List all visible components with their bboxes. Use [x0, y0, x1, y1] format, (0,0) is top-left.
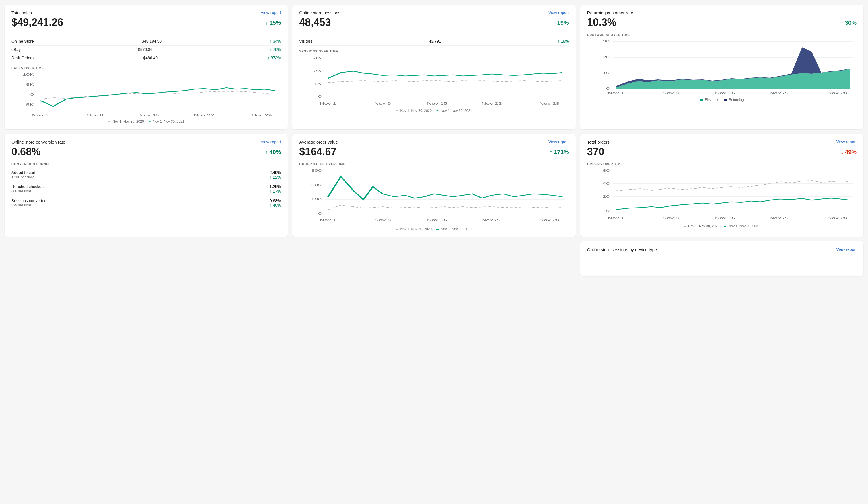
orders-legend: Nov 1–Nov 30, 2020 Nov 1–Nov 30, 2021 — [587, 224, 857, 228]
sub-metric-visitors: Visitors 43,791 ↑ 18% — [299, 37, 569, 45]
svg-text:0: 0 — [30, 93, 34, 97]
orders-over-time-label: ORDERS OVER TIME — [587, 162, 857, 166]
returning-rate-change: ↑ 30% — [840, 20, 857, 26]
avg-order-card: Average order value View report $164.67 … — [292, 134, 576, 237]
svg-text:Nov 8: Nov 8 — [374, 102, 391, 105]
svg-text:Nov 8: Nov 8 — [662, 217, 679, 220]
total-orders-title: Total orders — [587, 140, 610, 145]
total-orders-value: 370 — [587, 146, 604, 158]
svg-text:Nov 29: Nov 29 — [827, 92, 847, 95]
sessions-legend: Nov 1–Nov 30, 2020 Nov 1–Nov 30, 2021 — [299, 109, 569, 113]
sessions-by-device-title: Online store sessions by device type — [587, 247, 657, 252]
avg-order-change: ↑ 171% — [550, 149, 569, 155]
svg-text:60: 60 — [602, 169, 610, 172]
total-orders-card: Total orders View report 370 ↓ 49% ORDER… — [580, 134, 864, 237]
conversion-rate-value: 0.68% — [11, 146, 41, 158]
svg-text:Nov 29: Nov 29 — [539, 219, 560, 222]
customers-legend: First-time Returning — [587, 98, 857, 102]
funnel-sessions-converted: Sessions converted 329 sessions 0.68% ↑ … — [11, 196, 281, 210]
svg-text:0: 0 — [318, 95, 322, 98]
online-sessions-card: Online store sessions View report 48,453… — [292, 4, 576, 129]
total-orders-view-report[interactable]: View report — [836, 140, 857, 144]
sub-metric-ebay: eBay $570.36 ↑ 79% — [11, 45, 281, 54]
svg-text:Nov 1: Nov 1 — [320, 102, 337, 105]
conversion-rate-change: ↑ 40% — [265, 149, 281, 155]
svg-text:Nov 1: Nov 1 — [608, 217, 624, 220]
avg-order-title: Average order value — [299, 140, 338, 145]
customers-over-time-label: CUSTOMERS OVER TIME — [587, 33, 857, 36]
svg-text:200: 200 — [311, 183, 322, 187]
total-sales-change: ↑ 15% — [265, 20, 281, 26]
svg-text:40: 40 — [602, 182, 610, 186]
svg-text:Nov 15: Nov 15 — [715, 92, 735, 95]
svg-text:10K: 10K — [22, 73, 34, 76]
avg-order-legend: Nov 1–Nov 30, 2020 Nov 1–Nov 30, 2021 — [299, 227, 569, 231]
svg-text:Nov 22: Nov 22 — [769, 217, 790, 220]
svg-text:Nov 29: Nov 29 — [251, 114, 272, 117]
svg-text:Nov 8: Nov 8 — [87, 114, 103, 117]
svg-text:Nov 22: Nov 22 — [482, 219, 502, 222]
svg-text:Nov 1: Nov 1 — [32, 114, 49, 117]
total-sales-card: Total sales View report $49,241.26 ↑ 15%… — [4, 4, 288, 129]
svg-text:20: 20 — [602, 56, 610, 59]
svg-text:Nov 8: Nov 8 — [662, 92, 679, 95]
svg-text:Nov 29: Nov 29 — [827, 217, 847, 220]
svg-text:0: 0 — [606, 87, 609, 91]
sales-over-time-label: SALES OVER TIME — [11, 66, 281, 70]
svg-text:5K: 5K — [26, 83, 34, 86]
svg-text:100: 100 — [311, 198, 322, 201]
order-value-over-time-label: ORDER VALUE OVER TIME — [299, 162, 569, 166]
sales-legend: Nov 1–Nov 30, 2020 Nov 1–Nov 30, 2021 — [11, 119, 281, 124]
conversion-rate-card: Online store conversion rate View report… — [4, 134, 288, 237]
avg-order-view-report[interactable]: View report — [548, 140, 569, 144]
funnel-added-to-cart: Added to cart 1,208 sessions 2.49% ↑ 22% — [11, 168, 281, 182]
returning-rate-title: Returning customer rate — [587, 10, 633, 15]
svg-text:Nov 22: Nov 22 — [194, 114, 214, 117]
svg-text:Nov 15: Nov 15 — [715, 217, 735, 220]
svg-text:Nov 15: Nov 15 — [139, 114, 159, 117]
orders-chart: 60 40 20 0 Nov 1 Nov 8 Nov 15 Nov 22 Nov… — [587, 168, 857, 222]
sub-metric-online-store: Online Store $48,184.50 ↑ 34% — [11, 37, 281, 45]
total-sales-view-report[interactable]: View report — [261, 10, 281, 15]
svg-text:2K: 2K — [314, 70, 322, 73]
total-orders-change: ↓ 49% — [840, 149, 857, 155]
avg-order-value: $164.67 — [299, 146, 337, 158]
sessions-chart: 3K 2K 1K 0 Nov 1 Nov 8 Nov 15 Nov 22 Nov… — [299, 55, 569, 107]
svg-text:Nov 1: Nov 1 — [320, 219, 337, 222]
funnel-reached-checkout: Reached checkout 608 sessions 1.25% ↑ 17… — [11, 182, 281, 196]
online-sessions-value: 48,453 — [299, 16, 331, 28]
svg-text:20: 20 — [602, 195, 610, 198]
customers-chart: 30 20 10 0 Nov 1 Nov 8 Nov 15 Nov 22 Nov… — [587, 39, 857, 96]
conversion-funnel-label: CONVERSION FUNNEL — [11, 162, 281, 166]
online-sessions-view-report[interactable]: View report — [548, 10, 569, 15]
sessions-over-time-label: SESSIONS OVER TIME — [299, 50, 569, 53]
conversion-rate-title: Online store conversion rate — [11, 140, 65, 145]
online-sessions-change: ↑ 19% — [553, 20, 569, 26]
svg-text:10: 10 — [602, 71, 610, 75]
svg-text:0: 0 — [318, 212, 322, 216]
sales-chart: 10K 5K 0 -5K Nov 1 Nov 8 Nov 15 Nov 22 N… — [11, 72, 281, 118]
returning-rate-value: 10.3% — [587, 16, 617, 28]
svg-text:Nov 8: Nov 8 — [374, 219, 391, 222]
svg-text:3K: 3K — [314, 56, 322, 60]
svg-text:Nov 15: Nov 15 — [427, 219, 447, 222]
online-sessions-title: Online store sessions — [299, 10, 340, 15]
sub-metric-draft-orders: Draft Orders $486.40 ↑ 873% — [11, 54, 281, 62]
svg-text:0: 0 — [606, 209, 609, 213]
svg-text:1K: 1K — [314, 82, 322, 86]
svg-text:Nov 1: Nov 1 — [608, 92, 624, 95]
svg-text:Nov 29: Nov 29 — [539, 102, 560, 105]
svg-text:Nov 15: Nov 15 — [427, 102, 447, 105]
sessions-by-device-view-report[interactable]: View report — [836, 247, 857, 252]
svg-text:300: 300 — [311, 169, 322, 172]
total-sales-title: Total sales — [11, 10, 32, 15]
total-sales-value: $49,241.26 — [11, 16, 63, 28]
returning-rate-card: Returning customer rate 10.3% ↑ 30% CUST… — [580, 4, 864, 129]
conversion-rate-view-report[interactable]: View report — [261, 140, 281, 144]
svg-text:30: 30 — [602, 40, 610, 43]
dashboard: Total sales View report $49,241.26 ↑ 15%… — [4, 4, 864, 276]
svg-text:Nov 22: Nov 22 — [769, 92, 790, 95]
avg-order-chart: 300 200 100 0 Nov 1 Nov 8 Nov 15 Nov 22 … — [299, 168, 569, 225]
svg-text:Nov 22: Nov 22 — [482, 102, 502, 105]
sessions-by-device-card: Online store sessions by device type Vie… — [580, 241, 864, 276]
